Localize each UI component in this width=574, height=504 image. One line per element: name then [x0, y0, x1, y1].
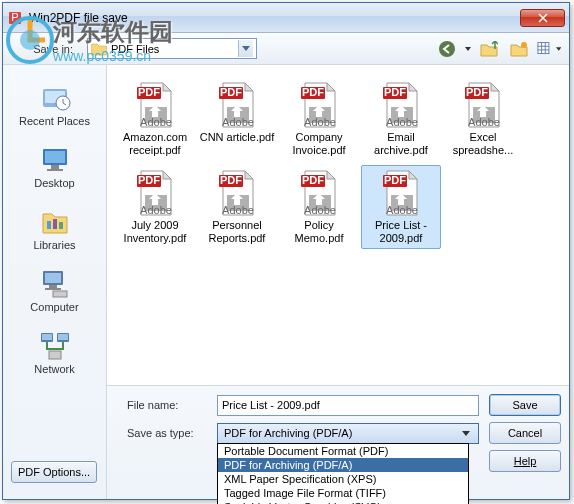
pdf-file-icon: PDF Adobe — [295, 81, 343, 129]
pdf-file-icon: PDF Adobe — [295, 169, 343, 217]
place-label: Recent Places — [19, 115, 90, 127]
pdf-file-icon: PDF Adobe — [459, 81, 507, 129]
file-item[interactable]: PDF Adobe Email archive.pdf — [361, 77, 441, 161]
svg-text:PDF: PDF — [138, 86, 160, 98]
dropdown-option[interactable]: Tagged Image File Format (TIFF) — [218, 486, 468, 500]
folder-up-icon — [480, 41, 498, 57]
chevron-down-icon — [556, 47, 562, 51]
up-button[interactable] — [477, 37, 501, 61]
svg-text:P: P — [11, 11, 18, 23]
file-item[interactable]: PDF Adobe Company Invoice.pdf — [279, 77, 359, 161]
pdf-file-icon: PDF Adobe — [213, 81, 261, 129]
svg-rect-30 — [49, 351, 61, 359]
file-item[interactable]: PDF Adobe Excel spreadshe... — [443, 77, 523, 161]
svg-text:PDF: PDF — [220, 174, 242, 186]
svg-rect-16 — [51, 165, 59, 169]
toolbar: Save in: PDF Files — [3, 33, 569, 65]
dropdown-option[interactable]: PDF for Archiving (PDF/A) — [218, 458, 468, 472]
svg-rect-22 — [45, 273, 61, 283]
place-computer[interactable]: Computer — [10, 263, 100, 317]
svg-rect-18 — [47, 221, 51, 229]
svg-rect-17 — [47, 169, 63, 171]
place-recent[interactable]: Recent Places — [10, 77, 100, 131]
body-area: Recent Places Desktop Libraries Computer — [3, 65, 569, 499]
svg-rect-23 — [49, 285, 57, 288]
close-icon — [538, 13, 548, 23]
chevron-down-icon — [242, 46, 250, 51]
libraries-icon — [39, 205, 71, 237]
svg-text:PDF: PDF — [466, 86, 488, 98]
savein-value: PDF Files — [111, 43, 238, 55]
dropdown-option[interactable]: XML Paper Specification (XPS) — [218, 472, 468, 486]
new-folder-button[interactable] — [507, 37, 531, 61]
bottom-panel: File name: Save Save as type: PDF for Ar… — [107, 385, 569, 499]
svg-text:Adobe: Adobe — [222, 116, 254, 128]
new-folder-icon — [510, 41, 528, 57]
svg-rect-19 — [53, 219, 57, 229]
file-item[interactable]: PDF Adobe Personnel Reports.pdf — [197, 165, 277, 249]
svg-text:Adobe: Adobe — [140, 116, 172, 128]
type-dropdown[interactable]: Portable Document Format (PDF)PDF for Ar… — [217, 443, 469, 504]
file-name: Policy Memo.pdf — [281, 219, 357, 245]
chevron-down-icon — [465, 47, 471, 51]
svg-text:Adobe: Adobe — [222, 204, 254, 216]
save-button[interactable]: Save — [489, 394, 561, 416]
svg-text:PDF: PDF — [384, 86, 406, 98]
save-as-type-combo[interactable]: PDF for Archiving (PDF/A) — [217, 423, 479, 444]
place-label: Libraries — [33, 239, 75, 251]
pdf-file-icon: PDF Adobe — [131, 81, 179, 129]
svg-text:Adobe: Adobe — [304, 204, 336, 216]
places-bar: Recent Places Desktop Libraries Computer — [3, 65, 107, 499]
file-item[interactable]: PDF Adobe Price List - 2009.pdf — [361, 165, 441, 249]
svg-text:Adobe: Adobe — [386, 116, 418, 128]
svg-rect-15 — [45, 151, 65, 163]
place-network[interactable]: Network — [10, 325, 100, 379]
svg-rect-27 — [42, 334, 52, 340]
svg-text:PDF: PDF — [384, 174, 406, 186]
svg-text:Adobe: Adobe — [140, 204, 172, 216]
type-value: PDF for Archiving (PDF/A) — [224, 427, 460, 439]
file-name: Email archive.pdf — [363, 131, 439, 157]
place-libraries[interactable]: Libraries — [10, 201, 100, 255]
cancel-button[interactable]: Cancel — [489, 422, 561, 444]
svg-rect-20 — [59, 222, 63, 229]
file-item[interactable]: PDF Adobe July 2009 Inventory.pdf — [115, 165, 195, 249]
svg-rect-6 — [538, 42, 549, 53]
savein-combo[interactable]: PDF Files — [87, 38, 257, 59]
pdf-file-icon: PDF Adobe — [377, 169, 425, 217]
pdf-options-button[interactable]: PDF Options... — [11, 461, 97, 483]
file-name: Excel spreadshe... — [445, 131, 521, 157]
file-name: Price List - 2009.pdf — [363, 219, 439, 245]
view-menu-button[interactable] — [537, 37, 561, 61]
combo-arrow — [238, 40, 253, 57]
main-area: PDF Adobe Amazon.com receipt.pdf PDF Ado… — [107, 65, 569, 499]
dropdown-option[interactable]: Scalable Vector Graphics (SVG) — [218, 500, 468, 504]
svg-rect-24 — [45, 288, 61, 290]
file-name: Amazon.com receipt.pdf — [117, 131, 193, 157]
save-dialog: P Win2PDF file save Save in: PDF Files — [2, 2, 570, 500]
file-name: July 2009 Inventory.pdf — [117, 219, 193, 245]
back-arrow-icon — [438, 40, 456, 58]
svg-rect-29 — [58, 334, 68, 340]
savein-label: Save in: — [11, 43, 81, 55]
filename-input[interactable] — [217, 395, 479, 416]
window-title: Win2PDF file save — [29, 11, 520, 25]
file-name: Personnel Reports.pdf — [199, 219, 275, 245]
app-icon: P — [7, 10, 23, 26]
computer-icon — [39, 267, 71, 299]
place-label: Desktop — [34, 177, 74, 189]
file-item[interactable]: PDF Adobe Amazon.com receipt.pdf — [115, 77, 195, 161]
svg-text:Adobe: Adobe — [304, 116, 336, 128]
place-desktop[interactable]: Desktop — [10, 139, 100, 193]
file-item[interactable]: PDF Adobe CNN article.pdf — [197, 77, 277, 161]
recent-places-icon — [39, 81, 71, 113]
help-button[interactable]: Help — [489, 450, 561, 472]
dropdown-option[interactable]: Portable Document Format (PDF) — [218, 444, 468, 458]
chevron-down-icon — [460, 431, 472, 436]
file-item[interactable]: PDF Adobe Policy Memo.pdf — [279, 165, 359, 249]
close-button[interactable] — [520, 9, 565, 27]
file-list[interactable]: PDF Adobe Amazon.com receipt.pdf PDF Ado… — [107, 65, 569, 385]
back-button[interactable] — [435, 37, 459, 61]
svg-rect-25 — [53, 291, 67, 297]
svg-point-4 — [439, 41, 455, 57]
